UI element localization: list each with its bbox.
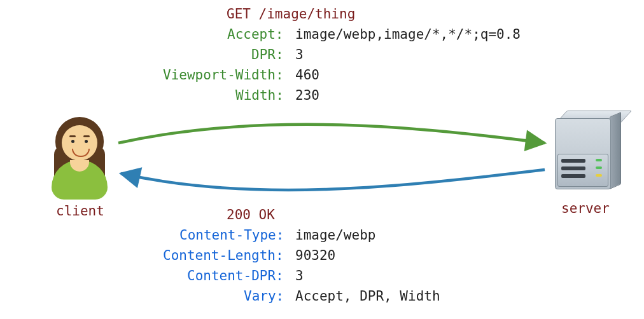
request-header-value: 460 bbox=[295, 67, 319, 83]
status-line: 200 OK bbox=[227, 207, 275, 222]
response-header-key: Vary: bbox=[244, 288, 284, 304]
response-header-value: image/webp bbox=[295, 227, 375, 243]
server-icon bbox=[550, 112, 621, 193]
response-header-key: Content-DPR: bbox=[187, 268, 284, 283]
request-header-key: DPR: bbox=[251, 47, 284, 62]
response-header-key: Content-Type: bbox=[179, 227, 284, 243]
request-header-key: Viewport-Width: bbox=[163, 67, 284, 83]
request-header-value: image/webp,image/*,*/*;q=0.8 bbox=[295, 27, 521, 42]
request-header-key: Width: bbox=[235, 88, 284, 103]
client-label: client bbox=[56, 203, 104, 219]
response-header-value: 90320 bbox=[295, 248, 335, 263]
request-arrow bbox=[118, 125, 545, 143]
response-arrow bbox=[121, 170, 545, 190]
response-header-key: Content-Length: bbox=[163, 248, 284, 263]
server-label: server bbox=[561, 201, 610, 216]
response-header-value: 3 bbox=[295, 268, 304, 283]
request-header-key: Accept: bbox=[227, 27, 284, 42]
request-header-value: 230 bbox=[295, 88, 319, 103]
request-line: GET /image/thing bbox=[227, 6, 355, 22]
response-header-value: Accept, DPR, Width bbox=[295, 288, 440, 304]
request-header-value: 3 bbox=[295, 47, 304, 62]
client-icon bbox=[41, 114, 118, 203]
